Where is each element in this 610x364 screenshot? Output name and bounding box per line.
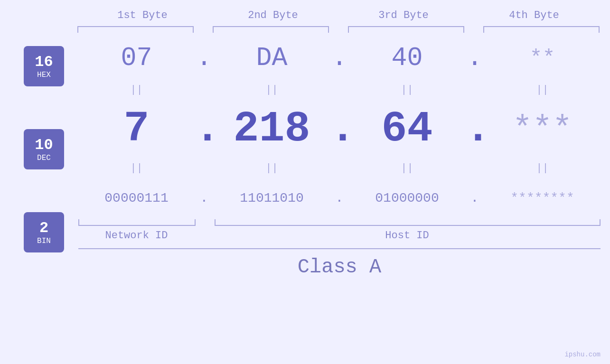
dec-cell-3: 64 bbox=[349, 108, 465, 150]
top-bracket-2 bbox=[213, 26, 329, 33]
watermark: ipshu.com bbox=[564, 351, 601, 358]
dec-val-4: *** bbox=[512, 111, 572, 148]
bin-badge: 2 BIN bbox=[24, 212, 64, 252]
eq1-cell-3: || bbox=[349, 84, 465, 96]
eq2-cell-4: || bbox=[484, 162, 601, 174]
top-bracket-1 bbox=[77, 26, 194, 33]
host-bracket-end bbox=[484, 219, 601, 226]
hex-dot-1: . bbox=[195, 43, 214, 73]
dec-row: 7 . 218 . 64 . *** bbox=[78, 101, 601, 158]
bracket-gap-3 bbox=[464, 26, 483, 33]
bin-val-4: ******** bbox=[510, 191, 574, 205]
bin-cell-2: 11011010 bbox=[214, 191, 330, 205]
eq1-cell-2: || bbox=[214, 84, 330, 96]
dec-dot-2: . bbox=[330, 105, 349, 153]
bin-row: 00000111 . 11011010 . 01000000 . bbox=[78, 179, 601, 217]
bottom-brackets bbox=[78, 219, 601, 226]
host-bracket-mid1 bbox=[331, 219, 350, 226]
eq1-cell-4: || bbox=[484, 84, 601, 96]
byte-label-2: 2nd Byte bbox=[208, 9, 338, 21]
byte-label-4: 4th Byte bbox=[469, 9, 600, 21]
hex-badge-label: HEX bbox=[37, 71, 51, 79]
hex-cell-3: 40 bbox=[349, 43, 465, 73]
bin-dot-2: . bbox=[330, 191, 349, 205]
host-id-label-cell-pad bbox=[214, 230, 330, 242]
host-bracket-mid2 bbox=[350, 219, 465, 226]
host-bracket-start bbox=[215, 219, 331, 226]
hex-separator-2: . bbox=[331, 43, 347, 73]
main-container: 1st Byte 2nd Byte 3rd Byte 4th Byte 16 H… bbox=[0, 0, 610, 364]
byte-labels-row: 1st Byte 2nd Byte 3rd Byte 4th Byte bbox=[77, 9, 600, 21]
eq2-cell-1: || bbox=[78, 162, 195, 174]
hex-separator-1: . bbox=[196, 43, 212, 73]
bin-badge-label: BIN bbox=[37, 237, 51, 245]
eq2-cell-2: || bbox=[214, 162, 330, 174]
eq1-cell-1: || bbox=[78, 84, 195, 96]
dec-val-3: 64 bbox=[381, 105, 432, 153]
network-id-label-cell: Network ID bbox=[78, 230, 195, 242]
hex-row: 07 . DA . 40 . ** bbox=[78, 37, 601, 79]
dec-cell-4: *** bbox=[484, 111, 601, 148]
hex-cell-4: ** bbox=[484, 46, 601, 70]
dec-dot-3: . bbox=[465, 105, 484, 153]
network-id-label: Network ID bbox=[105, 230, 168, 242]
bin-separator-3: . bbox=[471, 191, 479, 205]
bin-cell-1: 00000111 bbox=[78, 191, 195, 205]
dec-dot-1: . bbox=[195, 105, 214, 153]
host-id-label: Host ID bbox=[385, 230, 429, 242]
equals-row-1: || || || || bbox=[78, 79, 601, 101]
dec-badge: 10 DEC bbox=[24, 129, 64, 169]
hex-badge: 16 HEX bbox=[24, 46, 64, 86]
data-area: 07 . DA . 40 . ** bbox=[78, 37, 610, 279]
hex-dot-2: . bbox=[330, 43, 349, 73]
dec-val-2: 218 bbox=[233, 105, 310, 153]
hex-separator-3: . bbox=[467, 43, 482, 73]
bin-cell-4: ******** bbox=[484, 191, 601, 205]
hex-dot-3: . bbox=[465, 43, 484, 73]
bin-dot-3: . bbox=[465, 191, 484, 205]
bracket-gap-2 bbox=[329, 26, 348, 33]
bottom-gap-1 bbox=[196, 219, 215, 226]
bin-val-2: 11011010 bbox=[240, 191, 303, 205]
hex-val-3: 40 bbox=[391, 43, 422, 73]
top-bracket-4 bbox=[483, 26, 600, 33]
host-id-label-cell: Host ID bbox=[349, 230, 465, 242]
bin-val-3: 01000000 bbox=[375, 191, 439, 205]
badges-column: 16 HEX 10 DEC 2 BIN bbox=[24, 46, 64, 252]
bin-badge-num: 2 bbox=[39, 219, 48, 237]
hex-val-2: DA bbox=[256, 43, 287, 73]
bin-dot-1: . bbox=[195, 191, 214, 205]
hex-cell-1: 07 bbox=[78, 43, 195, 73]
hex-val-1: 07 bbox=[121, 43, 152, 73]
bracket-gap-1 bbox=[194, 26, 213, 33]
id-labels: Network ID Host ID bbox=[78, 230, 601, 242]
dec-badge-num: 10 bbox=[35, 136, 53, 154]
dec-val-1: 7 bbox=[123, 105, 149, 153]
hex-val-4: ** bbox=[529, 46, 555, 70]
bin-cell-3: 01000000 bbox=[349, 191, 465, 205]
eq2-cell-3: || bbox=[349, 162, 465, 174]
network-bracket bbox=[78, 219, 196, 226]
host-bracket-mid3 bbox=[465, 219, 484, 226]
bin-separator-1: . bbox=[200, 191, 208, 205]
hex-cell-2: DA bbox=[214, 43, 330, 73]
class-footer: Class A bbox=[78, 248, 601, 279]
byte-label-3: 3rd Byte bbox=[338, 9, 469, 21]
dec-cell-1: 7 bbox=[78, 108, 195, 150]
hex-badge-num: 16 bbox=[35, 53, 53, 71]
bin-val-1: 00000111 bbox=[104, 191, 168, 205]
bin-separator-2: . bbox=[336, 191, 344, 205]
equals-row-2: || || || || bbox=[78, 158, 601, 179]
byte-label-1: 1st Byte bbox=[77, 9, 208, 21]
class-label: Class A bbox=[298, 256, 381, 279]
top-brackets bbox=[77, 26, 600, 33]
dec-cell-2: 218 bbox=[214, 108, 330, 150]
dec-badge-label: DEC bbox=[37, 154, 51, 162]
top-bracket-3 bbox=[348, 26, 464, 33]
main-grid: 16 HEX 10 DEC 2 BIN 07 . bbox=[0, 37, 610, 279]
